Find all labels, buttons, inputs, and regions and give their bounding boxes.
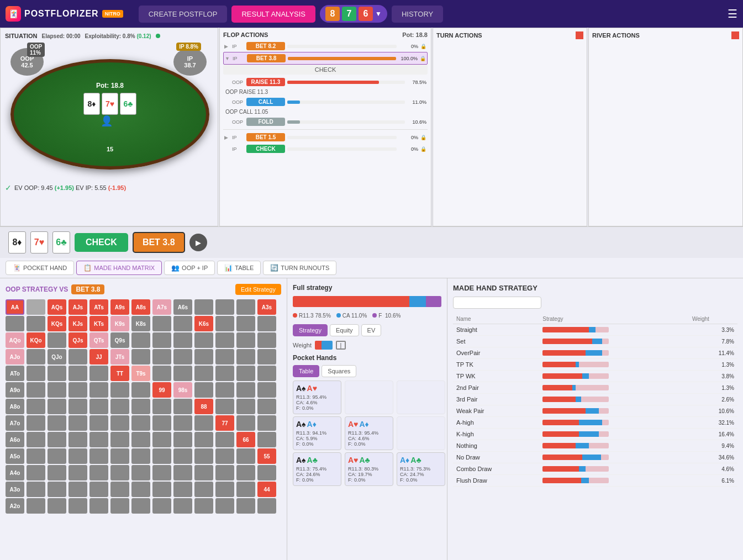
- cell-43o[interactable]: [215, 482, 234, 497]
- cell-K7o[interactable]: [27, 415, 45, 431]
- cell-74o[interactable]: [152, 465, 171, 480]
- cell-86o[interactable]: [131, 432, 150, 447]
- cell-94s[interactable]: [257, 382, 276, 398]
- cell-K4o[interactable]: [27, 465, 45, 480]
- cell-62o[interactable]: [173, 498, 192, 514]
- cell-JTs[interactable]: JTs: [110, 349, 129, 364]
- flop-action-bet15[interactable]: ▶ IP BET 1.5 0% 🔒: [223, 131, 428, 143]
- cell-95o[interactable]: [110, 448, 129, 464]
- cell-76o[interactable]: [152, 432, 171, 447]
- cell-92o[interactable]: [110, 498, 129, 514]
- cell-99[interactable]: 99: [152, 382, 171, 398]
- table-row[interactable]: No Draw34.6%: [453, 452, 737, 463]
- table-row[interactable]: Flush Draw6.1%: [453, 475, 737, 487]
- cell-A3s[interactable]: A3s: [257, 299, 276, 315]
- cell-96s[interactable]: [215, 382, 234, 398]
- cell-Q8s[interactable]: [131, 332, 150, 348]
- play-button[interactable]: ▶: [189, 234, 207, 251]
- cell-55-empty2[interactable]: [215, 448, 234, 464]
- tab-table[interactable]: 📊 TABLE: [217, 261, 261, 275]
- fold-button[interactable]: FOLD: [246, 118, 285, 126]
- cell-Q9o[interactable]: [48, 382, 66, 398]
- bet-action-button[interactable]: BET 3.8: [133, 232, 185, 253]
- cell-96o[interactable]: [110, 432, 129, 447]
- cell-99-empty[interactable]: [110, 382, 129, 398]
- cell-Q5s[interactable]: [194, 332, 213, 348]
- cell-75o[interactable]: [152, 448, 171, 464]
- cell-AJo[interactable]: AJo: [6, 349, 24, 364]
- cell-A6s[interactable]: A6s: [173, 299, 192, 315]
- cell-54o[interactable]: [194, 465, 213, 480]
- cell-T5o[interactable]: [89, 448, 108, 464]
- create-postflop-button[interactable]: CREATE POSTFLOP: [139, 6, 228, 23]
- cell-TT-empty[interactable]: [89, 366, 108, 381]
- cell-77-empty[interactable]: [152, 415, 171, 431]
- cell-77[interactable]: 77: [215, 415, 234, 431]
- cell-JJ[interactable]: [68, 349, 87, 364]
- cell-Q2o[interactable]: [48, 498, 66, 514]
- table-row[interactable]: Weak Pair10.6%: [453, 405, 737, 417]
- cell-J6o[interactable]: [68, 432, 87, 447]
- cell-44-empty2[interactable]: [236, 465, 255, 480]
- cell-QQ[interactable]: [48, 332, 66, 348]
- cell-66[interactable]: 66: [236, 432, 255, 447]
- cell-J7o[interactable]: [68, 415, 87, 431]
- cell-J3o[interactable]: [68, 482, 87, 497]
- cell-A8o[interactable]: A8o: [6, 399, 24, 414]
- cell-65o[interactable]: [173, 448, 192, 464]
- cell-ATs[interactable]: ATs: [89, 299, 108, 315]
- cell-T8s[interactable]: [152, 366, 171, 381]
- cell-A5s[interactable]: [194, 299, 213, 315]
- cell-88-empty2[interactable]: [152, 399, 171, 414]
- flop-action-bet8[interactable]: ▶ IP BET 8.2 0% 🔒: [223, 40, 428, 52]
- squares-tab[interactable]: Squares: [322, 365, 356, 377]
- cell-KTs[interactable]: KTs: [89, 316, 108, 331]
- tab-oop-ip[interactable]: 👥 OOP + IP: [164, 261, 215, 275]
- cell-ATo[interactable]: ATo: [6, 366, 24, 381]
- result-analysis-button[interactable]: RESULT ANALYSIS: [231, 6, 315, 23]
- pocket-AA-hc[interactable]: A♥ A♣ R11.3:80.3% CA:19.7% F:0.0%: [345, 452, 393, 486]
- table-row[interactable]: Set7.8%: [453, 336, 737, 347]
- cell-Q2s[interactable]: [257, 332, 276, 348]
- cell-72o[interactable]: [152, 498, 171, 514]
- cell-K2o[interactable]: [27, 498, 45, 514]
- cell-K7s[interactable]: [152, 316, 171, 331]
- cell-T9s[interactable]: T9s: [131, 366, 150, 381]
- cell-J9o[interactable]: [68, 382, 87, 398]
- cell-76s[interactable]: [236, 415, 255, 431]
- cell-94o[interactable]: [110, 465, 129, 480]
- cell-55[interactable]: 55: [257, 448, 276, 464]
- history-button[interactable]: HISTORY: [392, 6, 443, 23]
- cell-66-empty[interactable]: [173, 432, 192, 447]
- cell-A6o[interactable]: A6o: [6, 432, 24, 447]
- cell-A4s[interactable]: [215, 299, 234, 315]
- cell-Q6s[interactable]: [173, 332, 192, 348]
- pocket-AA-hd[interactable]: A♥ A♦ R11.3:95.4% CA:4.6% F:0.0%: [345, 416, 393, 450]
- cell-AKs[interactable]: [27, 299, 45, 315]
- cell-KQs[interactable]: KQs: [48, 316, 66, 331]
- cell-KK[interactable]: [27, 316, 45, 331]
- cell-QJo[interactable]: QJo: [48, 349, 66, 364]
- tab-turn-runouts[interactable]: 🔄 TURN RUNOUTS: [263, 261, 336, 275]
- cell-65s[interactable]: [257, 432, 276, 447]
- cell-88-empty[interactable]: [131, 399, 150, 414]
- cell-Q8o[interactable]: [48, 399, 66, 414]
- flop-action-check[interactable]: IP CHECK 0% 🔒: [223, 143, 428, 155]
- cell-T9o[interactable]: [89, 382, 108, 398]
- check-button[interactable]: CHECK: [246, 145, 285, 153]
- cell-32o[interactable]: [236, 498, 255, 514]
- cell-83o[interactable]: [131, 482, 150, 497]
- cell-82o[interactable]: [131, 498, 150, 514]
- cell-66-empty3[interactable]: [215, 432, 234, 447]
- cell-J3s[interactable]: [257, 349, 276, 364]
- table-row[interactable]: K-high16.4%: [453, 429, 737, 440]
- cell-88[interactable]: 88: [194, 399, 213, 414]
- pocket-AA-sc[interactable]: A♠ A♣ R11.3:75.4% CA:24.6% F:0.0%: [293, 452, 341, 486]
- cell-77-empty2[interactable]: [173, 415, 192, 431]
- cell-J5s[interactable]: [215, 349, 234, 364]
- tab-pocket-hand[interactable]: 🃏 POCKET HAND: [6, 261, 74, 275]
- cell-A3o[interactable]: A3o: [6, 482, 24, 497]
- table-tab[interactable]: Table: [293, 365, 319, 377]
- table-row[interactable]: A-high32.1%: [453, 417, 737, 429]
- cell-86s[interactable]: [236, 399, 255, 414]
